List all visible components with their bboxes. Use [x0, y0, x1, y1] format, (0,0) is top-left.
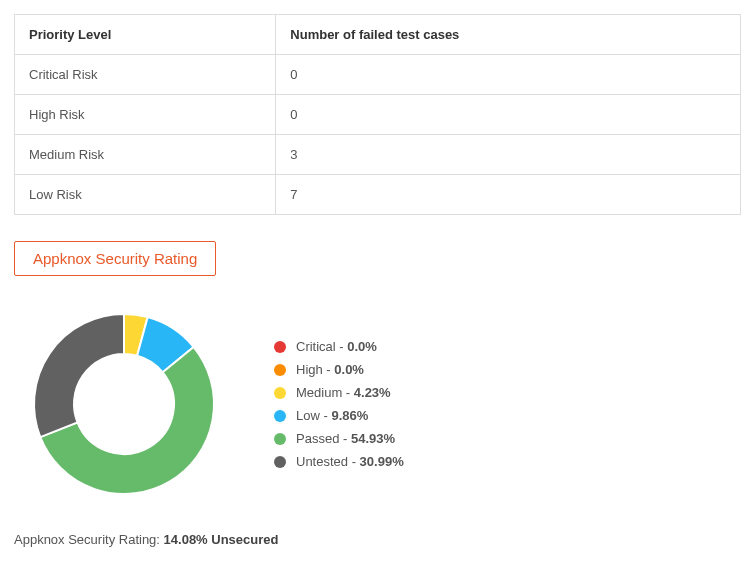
table-row: Critical Risk0	[15, 55, 741, 95]
cell-priority: Critical Risk	[15, 55, 276, 95]
legend-swatch-icon	[274, 433, 286, 445]
legend-swatch-icon	[274, 410, 286, 422]
footer-rating-line: Appknox Security Rating: 14.08% Unsecure…	[14, 532, 741, 547]
legend-value: 30.99%	[360, 454, 404, 469]
legend-label: High - 0.0%	[296, 362, 364, 377]
legend-item-medium: Medium - 4.23%	[274, 385, 404, 400]
legend-label: Passed - 54.93%	[296, 431, 395, 446]
donut-chart	[14, 304, 234, 504]
legend-label: Untested - 30.99%	[296, 454, 404, 469]
legend-label: Medium - 4.23%	[296, 385, 391, 400]
legend-item-high: High - 0.0%	[274, 362, 404, 377]
legend-value: 0.0%	[347, 339, 377, 354]
legend-value: 9.86%	[331, 408, 368, 423]
legend-item-low: Low - 9.86%	[274, 408, 404, 423]
legend-swatch-icon	[274, 364, 286, 376]
legend-item-untested: Untested - 30.99%	[274, 454, 404, 469]
legend-swatch-icon	[274, 341, 286, 353]
table-header-row: Priority Level Number of failed test cas…	[15, 15, 741, 55]
col-header-priority: Priority Level	[15, 15, 276, 55]
legend-value: 54.93%	[351, 431, 395, 446]
legend-item-passed: Passed - 54.93%	[274, 431, 404, 446]
cell-priority: Medium Risk	[15, 135, 276, 175]
cell-count: 3	[276, 135, 741, 175]
table-row: Medium Risk3	[15, 135, 741, 175]
cell-priority: High Risk	[15, 95, 276, 135]
legend-value: 0.0%	[334, 362, 364, 377]
chart-legend: Critical - 0.0%High - 0.0%Medium - 4.23%…	[274, 339, 404, 469]
footer-value: 14.08% Unsecured	[164, 532, 279, 547]
legend-swatch-icon	[274, 456, 286, 468]
footer-label: Appknox Security Rating:	[14, 532, 164, 547]
legend-swatch-icon	[274, 387, 286, 399]
donut-slice-untested	[34, 314, 124, 437]
legend-value: 4.23%	[354, 385, 391, 400]
priority-table: Priority Level Number of failed test cas…	[14, 14, 741, 215]
table-row: Low Risk7	[15, 175, 741, 215]
legend-label: Low - 9.86%	[296, 408, 368, 423]
cell-priority: Low Risk	[15, 175, 276, 215]
chart-section: Critical - 0.0%High - 0.0%Medium - 4.23%…	[14, 304, 741, 504]
legend-label: Critical - 0.0%	[296, 339, 377, 354]
cell-count: 0	[276, 95, 741, 135]
legend-item-critical: Critical - 0.0%	[274, 339, 404, 354]
col-header-count: Number of failed test cases	[276, 15, 741, 55]
table-row: High Risk0	[15, 95, 741, 135]
cell-count: 0	[276, 55, 741, 95]
security-rating-box: Appknox Security Rating	[14, 241, 216, 276]
cell-count: 7	[276, 175, 741, 215]
